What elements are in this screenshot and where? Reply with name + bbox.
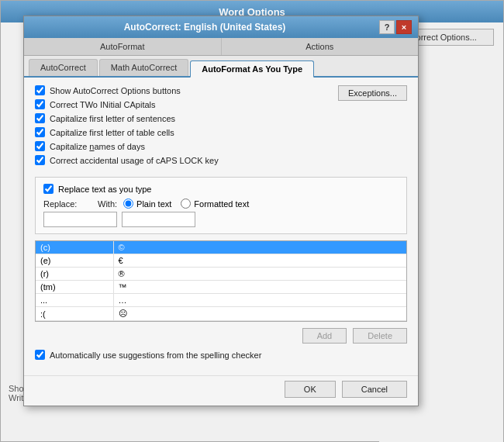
chk-capitalize-sentences[interactable] bbox=[35, 113, 45, 123]
radio-formatted-text[interactable]: Formatted text bbox=[181, 199, 249, 209]
spelling-label: Automatically use suggestions from the s… bbox=[50, 350, 261, 360]
spelling-checkbox-row: Automatically use suggestions from the s… bbox=[35, 350, 407, 360]
checkbox-caps-lock: Correct accidental usage of cAPS LOCK ke… bbox=[35, 155, 338, 165]
with-label: With: bbox=[98, 199, 117, 209]
dialog-titlebar: AutoCorrect: English (United States) ? × bbox=[24, 16, 418, 38]
autocorrect-dialog: AutoCorrect: English (United States) ? ×… bbox=[23, 16, 419, 406]
replace-table-body: (c) © (e) € (r) ® (tm) ™ bbox=[36, 241, 406, 321]
chk-correct-two-initials-label: Correct TWo INitial CApitals bbox=[50, 100, 156, 109]
chk-show-autocorrect[interactable] bbox=[35, 85, 45, 95]
radio-formatted-text-input[interactable] bbox=[181, 199, 191, 209]
cancel-button[interactable]: Cancel bbox=[342, 381, 407, 398]
replace-inputs bbox=[43, 212, 399, 227]
chk-replace-text[interactable] bbox=[43, 184, 54, 194]
replace-section: Replace text as you type Replace: With: … bbox=[35, 177, 407, 234]
add-delete-row: Add Delete bbox=[35, 328, 407, 344]
checkbox-show-autocorrect: Show AutoCorrect Options buttons bbox=[35, 85, 338, 95]
checkboxes-group: Show AutoCorrect Options buttons Correct… bbox=[35, 85, 407, 169]
close-button[interactable]: × bbox=[396, 20, 412, 34]
table-cell-replace: (e) bbox=[36, 254, 113, 268]
replace-checkbox-row: Replace text as you type bbox=[43, 184, 399, 194]
chk-capitalize-table-label: Capitalize first letter of table cells bbox=[50, 128, 174, 137]
exceptions-btn-container: Exceptions... bbox=[338, 85, 407, 101]
ok-button[interactable]: OK bbox=[285, 381, 336, 398]
delete-button[interactable]: Delete bbox=[353, 328, 407, 344]
checkbox-correct-two-initials: Correct TWo INitial CApitals bbox=[35, 99, 338, 109]
tab-autoformat-as-you-type[interactable]: AutoFormat As You Type bbox=[190, 60, 314, 78]
table-cell-replace: (r) bbox=[36, 268, 113, 281]
checkbox-capitalize-table: Capitalize first letter of table cells bbox=[35, 127, 338, 137]
table-row[interactable]: (tm) ™ bbox=[36, 281, 406, 294]
table-cell-replace: (c) bbox=[36, 241, 113, 254]
radio-group: Plain text Formatted text bbox=[123, 199, 249, 209]
table-cell-replace: (tm) bbox=[36, 281, 113, 294]
table-cell-with: ™ bbox=[113, 281, 406, 294]
inner-tabs: AutoCorrect Math AutoCorrect AutoFormat … bbox=[24, 56, 418, 78]
chk-capitalize-sentences-label: Capitalize first letter of sentences bbox=[50, 114, 175, 123]
dialog-body: Show AutoCorrect Options buttons Correct… bbox=[24, 78, 418, 375]
replace-label: Replace: bbox=[43, 199, 82, 209]
radio-plain-text-input[interactable] bbox=[123, 199, 133, 209]
with-input-field[interactable] bbox=[122, 212, 195, 227]
tab-math-autocorrect[interactable]: Math AutoCorrect bbox=[99, 59, 189, 76]
table-cell-with: € bbox=[113, 254, 406, 268]
outer-tabs: AutoFormat Actions bbox=[24, 38, 418, 56]
checkboxes-left: Show AutoCorrect Options buttons Correct… bbox=[35, 85, 338, 169]
table-cell-replace: ... bbox=[36, 294, 113, 307]
chk-caps-lock-label: Correct accidental usage of cAPS LOCK ke… bbox=[50, 156, 219, 165]
replace-table-container[interactable]: (c) © (e) € (r) ® (tm) ™ bbox=[35, 240, 407, 322]
dialog-footer: OK Cancel bbox=[24, 375, 418, 406]
title-buttons: ? × bbox=[379, 20, 412, 34]
table-cell-replace: :( bbox=[36, 307, 113, 321]
table-cell-with: © bbox=[113, 241, 406, 254]
chk-capitalize-table[interactable] bbox=[35, 127, 45, 137]
table-row[interactable]: (r) ® bbox=[36, 268, 406, 281]
add-button[interactable]: Add bbox=[302, 328, 347, 344]
replace-with-row: Replace: With: Plain text Formatted text bbox=[43, 199, 399, 209]
table-row[interactable]: (e) € bbox=[36, 254, 406, 268]
chk-show-autocorrect-label: Show AutoCorrect Options buttons bbox=[50, 86, 181, 95]
radio-plain-text[interactable]: Plain text bbox=[123, 199, 171, 209]
tab-autoformat[interactable]: AutoFormat bbox=[24, 38, 222, 55]
chk-capitalize-days-label: Capitalize names of days bbox=[50, 142, 145, 151]
table-cell-with: ® bbox=[113, 268, 406, 281]
chk-spelling[interactable] bbox=[35, 350, 45, 360]
tab-actions[interactable]: Actions bbox=[222, 38, 419, 55]
table-row[interactable]: :( ☹ bbox=[36, 307, 406, 321]
table-cell-with: … bbox=[113, 294, 406, 307]
table-cell-with: ☹ bbox=[113, 307, 406, 321]
dialog-title: AutoCorrect: English (United States) bbox=[30, 22, 379, 33]
exceptions-button[interactable]: Exceptions... bbox=[338, 85, 407, 101]
chk-caps-lock[interactable] bbox=[35, 155, 45, 165]
radio-plain-text-label: Plain text bbox=[136, 199, 171, 209]
replace-table: (c) © (e) € (r) ® (tm) ™ bbox=[36, 241, 406, 321]
radio-formatted-text-label: Formatted text bbox=[194, 199, 249, 209]
chk-correct-two-initials[interactable] bbox=[35, 99, 45, 109]
chk-capitalize-days[interactable] bbox=[35, 141, 45, 151]
checkbox-capitalize-days: Capitalize names of days bbox=[35, 141, 338, 151]
exceptions-row: Show AutoCorrect Options buttons Correct… bbox=[35, 85, 407, 169]
table-row[interactable]: ... … bbox=[36, 294, 406, 307]
table-row[interactable]: (c) © bbox=[36, 241, 406, 254]
help-button[interactable]: ? bbox=[379, 20, 395, 34]
tab-autocorrect[interactable]: AutoCorrect bbox=[29, 59, 98, 76]
replace-checkbox-label: Replace text as you type bbox=[58, 185, 151, 194]
replace-input-field[interactable] bbox=[43, 212, 117, 227]
checkbox-capitalize-sentences: Capitalize first letter of sentences bbox=[35, 113, 338, 123]
